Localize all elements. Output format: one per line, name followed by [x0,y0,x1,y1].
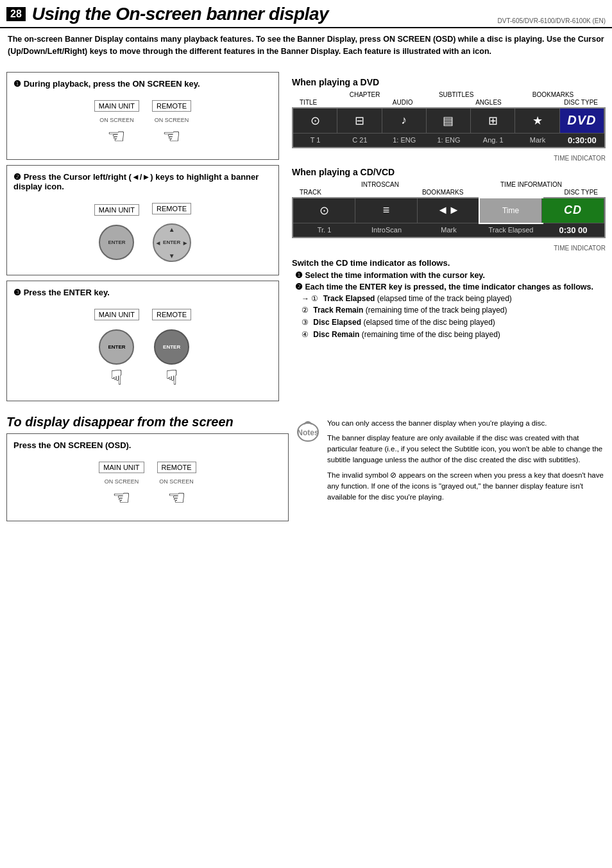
bottom-right-notes: Notes You can only access the banner dis… [295,415,606,526]
time-info-label: TIME INFORMATION [500,181,562,188]
switch-item-1: → ① Track Elapsed (elapsed time of the t… [302,293,606,304]
dvd-disc-type-label: DISC TYPE [564,99,598,106]
step-1-units: MAIN UNIT ON SCREEN ☜ REMOTE ON SCREEN ☜ [13,94,272,153]
main-unit-label-2: MAIN UNIT [94,204,139,216]
step-2-remote-unit: REMOTE ▲ ▼ ◄ ► ENTER [152,203,191,262]
disappear-hand-remote: ☜ [167,487,186,508]
nav-circle-2[interactable]: ▲ ▼ ◄ ► ENTER [153,223,191,262]
switch-rest-1: (elapsed time of the track being played) [377,294,512,303]
cd-heading: When playing a CD/VCD [292,167,606,177]
switch-rest-2: (remaining time of the track being playe… [366,306,507,315]
right-column: When playing a DVD CHAPTER SUBTITLES BOO… [289,72,606,406]
disappear-title: To display disappear from the screen [6,415,289,430]
on-screen-remote-1: ON SCREEN [155,117,189,123]
cd-icon-home: ⊙ [293,198,355,223]
intro-text: The on-screen Banner Display contains ma… [8,33,604,58]
enter-center-2: ENTER [163,239,180,245]
switch-item-2: ② Track Remain (remaining time of the tr… [302,305,606,316]
disappear-remote-unit: REMOTE ON SCREEN ☜ [157,462,196,508]
switch-rest-3: (elapsed time of the disc being played) [363,318,495,327]
cd-time-label: Time [502,206,519,215]
disappear-units: MAIN UNIT ON SCREEN ☜ REMOTE ON SCREEN ☜ [13,455,282,514]
step-3-text: Press the ENTER key. [24,288,110,297]
chapter-label: CHAPTER [350,91,380,98]
remote-label-3: REMOTE [152,309,191,320]
dvd-mark-val: Mark [515,134,559,146]
disappear-remote-sublabel: ON SCREEN [159,478,194,485]
switch-bold-1: Track Elapsed [323,294,375,303]
cd-disc-type-label: DISC TYPE [564,189,598,196]
cd-time-val: 0:30 00 [542,223,604,237]
enter-btn-3-main[interactable]: ENTER [99,329,134,365]
disappear-main-unit: MAIN UNIT ON SCREEN ☜ [99,462,144,508]
cd-track-elapsed-val: Track Elapsed [480,224,542,236]
enter-text-3-main: ENTER [108,344,125,350]
main-hand-1: ☜ [107,126,126,146]
hand-3-main: ☟ [110,367,123,388]
cd-bookmarks-label: BOOKMARKS [422,189,463,196]
cd-time-indicator: TIME INDICATOR [292,245,606,252]
disappear-instruction: Press the ON SCREEN (OSD). [13,440,282,450]
switch-title: Switch the CD time indicator as follows. [292,258,606,268]
cd-top-labels-container: INTROSCAN TIME INFORMATION TRACK BOOKMAR… [292,181,606,196]
main-content: ❶ During playback, press the ON SCREEN k… [0,67,612,412]
dvd-sub-val: 1: ENG [427,134,471,146]
step-2-title: ❷ Press the Cursor left/right (◄/►) keys… [13,172,272,191]
switch-num-2: ② [302,306,309,315]
switch-num-3: ③ [302,318,309,327]
dvd-audio-val: 1: ENG [382,134,427,146]
cd-tr-val: Tr. 1 [293,224,355,236]
dvd-icons-row: ⊙ ⊟ ♪ ▤ ⊞ ★ DVD [293,108,604,133]
dvd-info-row: T 1 C 21 1: ENG 1: ENG Ang. 1 Mark 0:30:… [293,133,604,147]
switch-section: Switch the CD time indicator as follows.… [292,258,606,340]
dvd-banner: ⊙ ⊟ ♪ ▤ ⊞ ★ DVD T 1 C 21 1: ENG 1: ENG A… [292,107,606,148]
notes-icon: Notes [295,418,321,507]
switch-num-1: → ① [302,294,318,303]
switch-item-4: ④ Disc Remain (remaining time of the dis… [302,329,606,340]
enter-text-2: ENTER [108,239,125,245]
disappear-main-label: MAIN UNIT [99,462,144,473]
step-1-remote-unit: REMOTE ON SCREEN ☜ [152,100,191,146]
on-screen-label-1: ON SCREEN [99,117,134,123]
dvd-icon-subtitle: ▤ [427,108,471,133]
track-label: TRACK [300,189,321,196]
step-1-number: ❶ [13,79,21,89]
note-3: The invalid symbol ⊘ appears on the scre… [327,470,606,503]
bottom-section: To display disappear from the screen Pre… [0,415,612,533]
dvd-angle-val: Ang. 1 [471,134,515,146]
left-column: ❶ During playback, press the ON SCREEN k… [6,72,289,406]
notes-container: Notes You can only access the banner dis… [295,418,606,507]
page-number: 28 [6,7,26,21]
dvd-icon-audio: ♪ [382,108,427,133]
switch-num-4: ④ [302,330,309,339]
step-2-main-unit: MAIN UNIT ENTER [94,204,139,260]
step-2-text: Press the Cursor left/right (◄/►) keys t… [13,172,259,191]
switch-rest-4: (remaining time of the disc being played… [362,330,500,339]
switch-step-2: ❷ Each time the ENTER key is pressed, th… [292,282,606,291]
remote-label-1: REMOTE [152,100,191,112]
cd-info-row: Tr. 1 IntroScan Mark Track Elapsed 0:30 … [293,223,604,237]
enter-btn-3-remote[interactable]: ENTER [154,329,189,365]
remote-label-2: REMOTE [152,203,191,214]
dvd-icon-bookmark: ★ [515,108,559,133]
switch-list: → ① Track Elapsed (elapsed time of the t… [302,293,606,340]
svg-text:Notes: Notes [297,428,319,437]
switch-bold-3: Disc Elapsed [313,318,361,327]
enter-btn-2[interactable]: ENTER [99,225,134,260]
arrow-right-2: ► [182,239,189,246]
dvd-top-labels: CHAPTER SUBTITLES BOOKMARKS TITLE AUDIO … [292,91,606,106]
note-1: You can only access the banner display w… [327,418,606,429]
notes-svg: Notes [295,418,321,444]
page-title: Using the On-screen banner display [32,4,328,24]
dvd-time-indicator: TIME INDICATOR [292,155,606,162]
step-1-text: During playback, press the ON SCREEN key… [24,79,200,89]
switch-bold-2: Track Remain [313,306,363,315]
cd-introscan-val: IntroScan [355,224,418,236]
step-3-box: ❸ Press the ENTER key. MAIN UNIT ENTER ☟… [6,281,279,401]
cd-mark-val: Mark [418,224,480,236]
note-2: The banner display feature are only avai… [327,433,606,466]
dvd-title-val: T 1 [293,134,337,146]
disappear-hand-main: ☜ [112,487,131,508]
arrow-up-2: ▲ [169,226,175,233]
cd-icon-time: Time [480,198,542,223]
